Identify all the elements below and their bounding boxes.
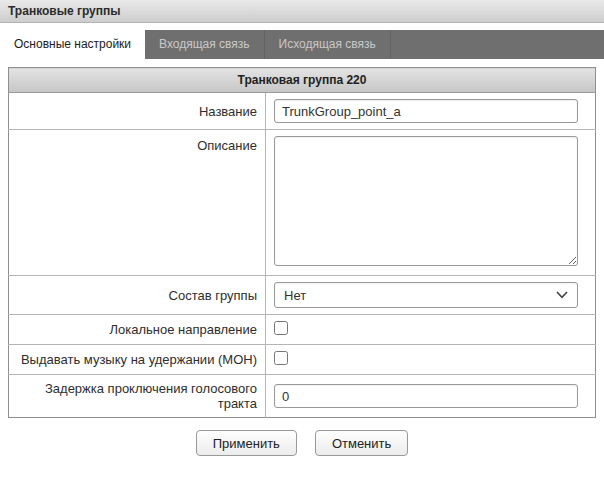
local-direction-label: Локальное направление [9, 315, 266, 345]
delay-input[interactable] [274, 384, 578, 408]
tab-bar: Основные настройки Входящая связь Исходя… [0, 30, 604, 59]
local-direction-checkbox[interactable] [274, 321, 288, 335]
chevron-down-icon [556, 291, 568, 299]
name-label: Название [9, 93, 266, 130]
table-row: Локальное направление [9, 315, 596, 345]
tab-main-settings[interactable]: Основные настройки [0, 30, 145, 59]
tab-label: Входящая связь [159, 37, 250, 51]
tab-label: Основные настройки [14, 37, 131, 51]
tab-outgoing-link[interactable]: Исходящая связь [265, 30, 391, 59]
trunk-group-form: Транковая группа 220 Название Описание С… [8, 67, 596, 418]
page-title: Транковые группы [8, 4, 121, 18]
description-textarea[interactable] [274, 136, 578, 266]
apply-button[interactable]: Применить [196, 430, 297, 456]
table-row: Выдавать музыку на удержании (MOH) [9, 345, 596, 375]
titlebar-gap [0, 23, 604, 30]
tab-incoming-link[interactable]: Входящая связь [145, 30, 265, 59]
delay-label: Задержка проключения голосового тракта [9, 375, 266, 418]
moh-checkbox[interactable] [274, 351, 288, 365]
cancel-button[interactable]: Отменить [315, 430, 408, 456]
table-row: Название [9, 93, 596, 130]
group-members-label: Состав группы [9, 276, 266, 315]
form-actions: Применить Отменить [8, 430, 596, 456]
description-label: Описание [9, 130, 266, 276]
moh-label: Выдавать музыку на удержании (MOH) [9, 345, 266, 375]
name-input[interactable] [274, 99, 578, 123]
tab-bar-filler [391, 30, 604, 59]
group-members-select[interactable]: Нет [274, 282, 578, 308]
table-row: Состав группы Нет [9, 276, 596, 315]
table-header-row: Транковая группа 220 [9, 68, 596, 93]
group-members-selected-value: Нет [284, 288, 306, 303]
form-header: Транковая группа 220 [9, 68, 596, 93]
window-titlebar: Транковые группы [0, 0, 604, 23]
table-row: Задержка проключения голосового тракта [9, 375, 596, 418]
main-content: Транковая группа 220 Название Описание С… [0, 59, 604, 464]
table-row: Описание [9, 130, 596, 276]
tab-label: Исходящая связь [279, 37, 376, 51]
